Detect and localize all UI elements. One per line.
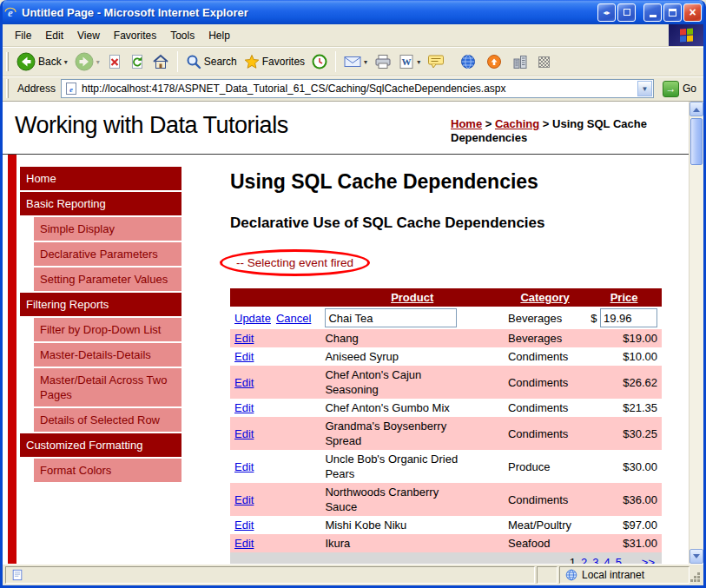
price-sort-link[interactable]: Price (610, 291, 638, 304)
sidebar-item-basic-reporting[interactable]: Basic Reporting (20, 192, 181, 215)
scroll-up-button[interactable] (690, 102, 703, 116)
sidebar-item-master-details-details[interactable]: Master-Details-Details (34, 343, 181, 367)
product-name-input[interactable] (325, 308, 457, 327)
grid-row: EditChef Anton's Cajun SeasoningCondimen… (230, 366, 662, 399)
edit-link[interactable]: Edit (234, 376, 254, 389)
sidebar-item-setting-parameter-values[interactable]: Setting Parameter Values (34, 268, 181, 291)
menu-item-help[interactable]: Help (201, 26, 237, 45)
menu-item-file[interactable]: File (8, 26, 38, 45)
discuss-button[interactable] (425, 52, 447, 71)
command-cell: Edit (230, 516, 320, 534)
search-button[interactable]: Search (183, 52, 240, 71)
sidebar-item-simple-display[interactable]: Simple Display (34, 217, 181, 241)
close-button[interactable]: × (683, 3, 702, 22)
sidebar-item-details-of-selected-row[interactable]: Details of Selected Row (34, 408, 181, 432)
arrow-down-icon (693, 554, 700, 562)
category-sort-link[interactable]: Category (520, 291, 569, 304)
titlebar-screen-button[interactable] (617, 3, 636, 22)
page-body: HomeBasic ReportingSimple DisplayDeclara… (3, 155, 689, 564)
sidebar-item-home[interactable]: Home (20, 167, 181, 190)
maximize-button[interactable] (663, 3, 682, 22)
edit-link[interactable]: Edit (234, 460, 254, 473)
price-cell: $21.35 (586, 399, 662, 417)
command-column-header (230, 288, 320, 307)
edit-link[interactable]: Edit (234, 350, 254, 363)
menu-item-tools[interactable]: Tools (163, 26, 201, 45)
sidebar-item-master-detail-across-two-pages[interactable]: Master/Detail Across Two Pages (34, 368, 181, 406)
scroll-down-button[interactable] (690, 549, 703, 564)
pager-link-[interactable]: ... (627, 556, 637, 564)
print-button[interactable] (372, 52, 394, 71)
launch-button[interactable] (484, 52, 505, 71)
sidebar-item-declarative-parameters[interactable]: Declarative Parameters (34, 242, 181, 266)
forward-dropdown-icon: ▾ (96, 58, 100, 66)
minimize-button[interactable] (643, 3, 662, 22)
sidebar-item-filter-by-drop-down-list[interactable]: Filter by Drop-Down List (34, 318, 181, 341)
messenger-button[interactable] (458, 52, 478, 71)
edit-link[interactable]: Edit (234, 401, 254, 414)
breadcrumb-link-home[interactable]: Home (451, 117, 482, 130)
cancel-link[interactable]: Cancel (276, 312, 311, 325)
history-button[interactable] (309, 52, 330, 71)
edit-link[interactable]: Edit (234, 493, 254, 506)
page-icon: e (64, 82, 78, 96)
grid-row: EditMishi Kobe NikuMeat/Poultry$97.00 (230, 516, 662, 534)
vertical-scrollbar[interactable] (689, 102, 703, 564)
resize-grip[interactable] (697, 579, 700, 582)
sidebar-item-filtering-reports[interactable]: Filtering Reports (20, 293, 181, 316)
breadcrumb-separator: > (482, 117, 495, 130)
product-cell: Aniseed Syrup (320, 347, 504, 366)
refresh-button[interactable] (127, 52, 148, 71)
stop-button[interactable] (104, 52, 125, 71)
toolbar-grip[interactable] (6, 52, 9, 71)
back-label: Back (38, 56, 62, 68)
left-red-strip (8, 155, 16, 564)
favorites-button[interactable]: Favorites (241, 52, 307, 71)
pager-link-[interactable]: >> (642, 556, 655, 564)
edit-link[interactable]: Edit (234, 519, 254, 532)
grid-pager-row: 12345...>> (230, 552, 662, 564)
address-input[interactable]: e http://localhost:4178/ASPNET_Data_Tuto… (61, 79, 654, 98)
grid-row: EditChangBeverages$19.00 (230, 329, 662, 347)
title-bar[interactable]: e Untitled Page - Microsoft Internet Exp… (0, 0, 706, 24)
pager-current-page: 1 (570, 556, 576, 564)
scrollbar-track[interactable] (690, 116, 703, 549)
scrollbar-thumb[interactable] (690, 118, 703, 165)
titlebar-arrows-button[interactable]: ◂▸ (597, 3, 616, 22)
grid-row: EditAniseed SyrupCondiments$10.00 (230, 347, 662, 366)
back-button[interactable]: Back ▾ (14, 50, 70, 73)
pager-link-3[interactable]: 3 (592, 556, 598, 564)
mail-button[interactable]: ▾ (341, 53, 370, 70)
breadcrumb-link-caching[interactable]: Caching (495, 117, 539, 130)
menu-item-edit[interactable]: Edit (38, 26, 70, 45)
home-button[interactable] (149, 52, 172, 71)
go-button[interactable]: → Go (659, 81, 700, 97)
update-link[interactable]: Update (234, 312, 271, 325)
buildings-button[interactable] (510, 52, 531, 71)
forward-button[interactable]: ▾ (72, 50, 102, 73)
menu-item-view[interactable]: View (70, 26, 107, 45)
address-dropdown-button[interactable]: ▼ (637, 81, 652, 96)
web-page: Working with Data Tutorials Home > Cachi… (3, 102, 689, 564)
category-cell: Seafood (504, 534, 586, 552)
pager-link-5[interactable]: 5 (616, 556, 622, 564)
price-input[interactable] (600, 308, 657, 327)
edit-with-word-button[interactable]: W ▾ (396, 52, 423, 71)
sidebar-item-customized-formatting[interactable]: Customized Formatting (20, 433, 181, 457)
annotation: -- Selecting event fired (220, 249, 680, 276)
addressbar-grip[interactable] (6, 79, 9, 98)
price-edit-cell: $ (586, 307, 662, 329)
pager-link-2[interactable]: 2 (581, 556, 587, 564)
pager-link-4[interactable]: 4 (604, 556, 610, 564)
category-cell: Condiments (504, 347, 586, 366)
product-sort-link[interactable]: Product (391, 291, 433, 304)
edit-link[interactable]: Edit (234, 332, 254, 345)
edit-link[interactable]: Edit (234, 537, 254, 550)
edit-link[interactable]: Edit (234, 427, 254, 440)
command-cell: Edit (230, 366, 320, 399)
toolbar: Back ▾ ▾ Search Favorites (3, 47, 703, 76)
sidebar-item-format-colors[interactable]: Format Colors (34, 459, 181, 482)
menu-item-favorites[interactable]: Favorites (107, 26, 163, 45)
address-url[interactable]: http://localhost:4178/ASPNET_Data_Tutori… (82, 83, 634, 95)
dither-grid-button[interactable] (536, 55, 552, 69)
